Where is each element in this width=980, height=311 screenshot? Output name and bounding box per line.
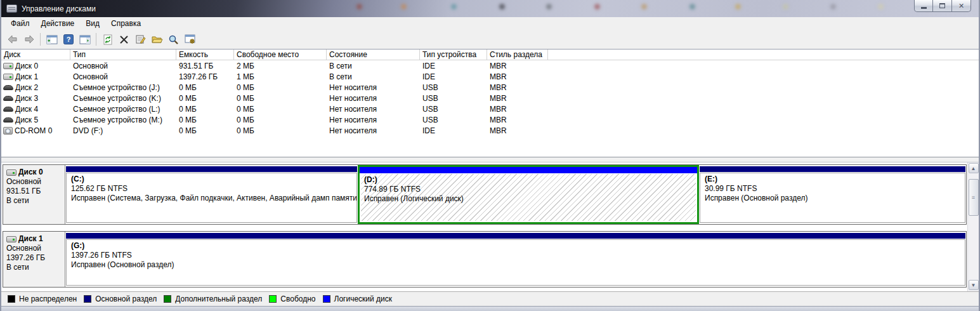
column-header-capacity[interactable]: Емкость [176, 50, 234, 60]
legend-label: Дополнительный раздел [175, 294, 262, 303]
disk-type: Съемное устройство (M:) [70, 114, 176, 125]
toolbar-separator [96, 33, 96, 46]
partition-status: Исправен (Основной раздел) [705, 194, 961, 203]
maximize-button[interactable] [933, 0, 952, 12]
table-row-disk-3[interactable]: Диск 3 Съемное устройство (K:) 0 МБ 0 МБ… [1, 93, 979, 103]
minimize-button[interactable] [914, 0, 933, 12]
legend-item-primary: Основной раздел [84, 294, 157, 303]
disk-graph-status: В сети [6, 263, 63, 272]
menu-file[interactable]: Файл [5, 18, 36, 29]
scroll-down-button[interactable]: ▼ [969, 280, 979, 290]
partition-e-color-stripe [700, 166, 965, 172]
disk-device-type: USB [420, 82, 487, 93]
refresh-button[interactable] [100, 32, 115, 48]
column-header-partition-style[interactable]: Стиль раздела [487, 50, 548, 60]
hard-disk-icon [6, 236, 16, 242]
unallocated-color-swatch [8, 295, 15, 303]
extended-color-swatch [164, 295, 171, 303]
open-button[interactable] [149, 32, 165, 48]
disk-capacity: 0 МБ [176, 93, 234, 103]
disk-status: В сети [327, 60, 420, 71]
close-icon: ✕ [958, 3, 964, 10]
disk-device-type: USB [420, 93, 487, 103]
forward-button[interactable] [21, 32, 37, 48]
partition-label: (G:) [71, 241, 961, 251]
partition-size: 774.89 ГБ NTFS [364, 185, 693, 194]
legend-label: Основной раздел [95, 294, 157, 303]
table-row-disk-2[interactable]: Диск 2 Съемное устройство (J:) 0 МБ 0 МБ… [1, 82, 979, 93]
disk-type: Основной [70, 60, 176, 71]
menu-view[interactable]: Вид [80, 18, 105, 29]
close-button[interactable]: ✕ [952, 0, 971, 12]
partition-status: Исправен (Система, Загрузка, Файл подкач… [71, 194, 353, 203]
window-title: Управление дисками [22, 4, 96, 13]
disk-graph-type: Основной [6, 244, 63, 253]
disk-management-icon [6, 4, 17, 13]
table-row-cdrom-0[interactable]: CD-ROM 0 DVD (F:) 0 МБ 0 МБ Нет носителя… [1, 125, 979, 136]
primary-color-swatch [84, 295, 91, 303]
column-header-disk[interactable]: Диск [1, 50, 70, 60]
disk-graph-type: Основной [6, 177, 63, 187]
table-row-disk-1[interactable]: Диск 1 Основной 1397.26 ГБ 1 МБ В сети I… [1, 71, 979, 82]
partition-c[interactable]: (C:) 125.62 ГБ NTFS Исправен (Система, З… [65, 165, 358, 224]
disk-free-space: 2 МБ [234, 60, 327, 71]
disk-status: Нет носителя [327, 93, 420, 103]
chevron-down-icon: ▼ [971, 282, 976, 288]
disk-0-label-panel[interactable]: Диск 0 Основной 931.51 ГБ В сети [3, 165, 65, 224]
partition-label: (E:) [705, 175, 961, 184]
disk-free-space: 0 МБ [234, 114, 327, 125]
properties-button[interactable] [133, 32, 148, 48]
delete-x-icon [119, 35, 129, 44]
scroll-up-button[interactable]: ▲ [969, 163, 979, 173]
disk-management-window: Управление дисками ✕ Файл Действие Вид С… [0, 0, 980, 311]
desktop-icons-blur [1, 6, 3, 8]
menu-help[interactable]: Справка [105, 18, 147, 29]
disk-capacity: 0 МБ [176, 114, 234, 125]
toolbar: ? [1, 30, 979, 50]
title-bar[interactable]: Управление дисками ✕ [1, 0, 979, 17]
disk-partition-style: MBR [487, 60, 548, 71]
legend-item-extended: Дополнительный раздел [164, 294, 262, 303]
table-row-disk-0[interactable]: Диск 0 Основной 931.51 ГБ 2 МБ В сети ID… [1, 60, 979, 71]
disk-device-type: USB [420, 103, 487, 114]
partition-c-color-stripe [66, 166, 357, 172]
menu-action[interactable]: Действие [36, 18, 81, 29]
column-header-status[interactable]: Состояние [327, 50, 420, 60]
toolbar-separator [40, 33, 41, 46]
table-row-disk-4[interactable]: Диск 4 Съемное устройство (L:) 0 МБ 0 МБ… [1, 103, 979, 114]
column-header-free-space[interactable]: Свободное место [234, 50, 327, 60]
partition-g[interactable]: (G:) 1397.26 ГБ NTFS Исправен (Основной … [65, 232, 966, 287]
graphical-view-pane: Диск 0 Основной 931.51 ГБ В сети (C:) 12… [1, 162, 979, 291]
disk-device-type: IDE [420, 71, 487, 82]
disk-capacity: 0 МБ [176, 103, 234, 114]
disk-1-label-panel[interactable]: Диск 1 Основной 1397.26 ГБ В сети [3, 232, 65, 287]
show-console-tree-button[interactable] [44, 32, 60, 48]
scrollbar-thumb[interactable]: ≡ [969, 179, 979, 216]
disk-1-partitions: (G:) 1397.26 ГБ NTFS Исправен (Основной … [65, 232, 966, 287]
window-controls: ✕ [914, 0, 971, 12]
console-settings-button[interactable] [182, 32, 198, 48]
vertical-scrollbar[interactable]: ▲ ≡ ▼ [967, 162, 979, 291]
help-button[interactable]: ? [60, 32, 76, 48]
column-header-device-type[interactable]: Тип устройства [420, 50, 487, 60]
partition-e[interactable]: (E:) 30.99 ГБ NTFS Исправен (Основной ра… [699, 165, 966, 224]
pane-splitter[interactable] [1, 157, 979, 162]
show-action-pane-button[interactable] [77, 32, 93, 48]
partition-d-selected[interactable]: (D:) 774.89 ГБ NTFS Исправен (Логический… [358, 165, 699, 224]
console-settings-icon [185, 34, 196, 44]
legend-label: Свободно [280, 294, 315, 303]
console-tree-icon [46, 35, 58, 44]
column-header-type[interactable]: Тип [70, 50, 176, 60]
disk-free-space: 0 МБ [234, 125, 327, 136]
find-button[interactable] [166, 32, 181, 48]
delete-button[interactable] [116, 32, 132, 48]
disk-partition-style: MBR [487, 71, 548, 82]
back-button[interactable] [4, 32, 20, 48]
disk-type: Съемное устройство (J:) [70, 82, 176, 93]
graphical-view-content: Диск 0 Основной 931.51 ГБ В сети (C:) 12… [1, 162, 967, 291]
disk-name: CD-ROM 0 [15, 126, 52, 135]
disk-device-type: IDE [420, 60, 487, 71]
table-row-disk-5[interactable]: Диск 5 Съемное устройство (M:) 0 МБ 0 МБ… [1, 114, 979, 125]
partition-label: (D:) [364, 175, 693, 185]
svg-text:?: ? [66, 36, 70, 43]
